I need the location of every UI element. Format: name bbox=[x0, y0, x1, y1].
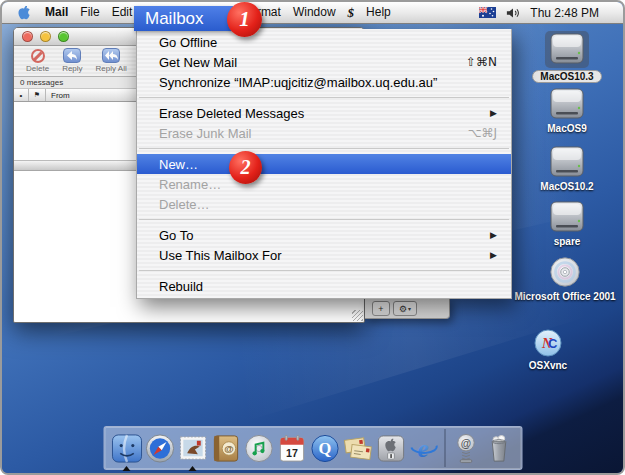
dock-item-letters[interactable] bbox=[342, 433, 373, 464]
menu-item-delete: Delete… bbox=[137, 194, 511, 214]
menu-help[interactable]: Help bbox=[360, 2, 397, 23]
dock-item-ical[interactable]: 17 bbox=[276, 433, 307, 464]
hard-drive-icon bbox=[547, 201, 587, 234]
osxvnc-app-icon: NC bbox=[533, 328, 563, 358]
unread-column-header[interactable]: • bbox=[14, 89, 29, 101]
gear-icon: ⚙ bbox=[399, 303, 407, 315]
desktop-icon-label: MacOS10.2 bbox=[540, 181, 593, 192]
desktop-icon-label: MacOS10.3 bbox=[532, 70, 601, 83]
menu-separator bbox=[137, 214, 511, 225]
menu-item-synchronize[interactable]: Synchronize “IMAP:uqjcitiz@mailbox.uq.ed… bbox=[137, 72, 511, 92]
svg-text:17: 17 bbox=[286, 447, 298, 459]
dock-separator bbox=[444, 429, 445, 467]
mailbox-drawer-footer: + ⚙ ▾ bbox=[365, 298, 450, 319]
trash-icon bbox=[483, 433, 514, 464]
dock-item-itunes[interactable] bbox=[243, 433, 274, 464]
dock-item-quicktime[interactable]: Q bbox=[309, 433, 340, 464]
desktop-icon-macos103[interactable]: MacOS10.3 bbox=[525, 31, 609, 83]
apple-logo-icon bbox=[18, 5, 31, 20]
action-menu-button[interactable]: ⚙ ▾ bbox=[393, 301, 417, 316]
reply-arrow-icon bbox=[63, 48, 81, 63]
flag-column-header[interactable]: ⚑ bbox=[29, 89, 46, 101]
dock-item-system-preferences[interactable] bbox=[375, 433, 406, 464]
desktop-icon-label: spare bbox=[554, 236, 581, 247]
svg-text:C: C bbox=[548, 336, 558, 351]
desktop-icon-label: Microsoft Office 2001 bbox=[514, 291, 615, 302]
dock-item-internet-explorer[interactable]: e bbox=[408, 433, 439, 464]
desktop-icon-macos9[interactable]: MacOS9 bbox=[525, 88, 609, 134]
menu-file[interactable]: File bbox=[74, 2, 105, 23]
dock-item-address-book[interactable]: @ bbox=[210, 433, 241, 464]
dock-item-trash[interactable] bbox=[483, 433, 514, 464]
hard-drive-icon bbox=[547, 88, 587, 121]
menu-item-get-new-mail[interactable]: Get New Mail⇧⌘N bbox=[137, 52, 511, 72]
menu-item-go-offline[interactable]: Go Offline bbox=[137, 32, 511, 52]
menu-item-erase-junk-mail: Erase Junk Mail⌥⌘J bbox=[137, 123, 511, 143]
dock: @ 17 Q e @ bbox=[103, 426, 522, 470]
menu-item-go-to[interactable]: Go To bbox=[137, 225, 511, 245]
zoom-button[interactable] bbox=[58, 31, 69, 42]
svg-text:@: @ bbox=[460, 436, 470, 448]
menu-mail[interactable]: Mail bbox=[39, 2, 74, 23]
resize-grip[interactable] bbox=[352, 310, 363, 321]
mailbox-menu-panel: Go Offline Get New Mail⇧⌘N Synchronize “… bbox=[136, 29, 512, 299]
mail-stamp-icon bbox=[177, 433, 208, 464]
delete-icon bbox=[31, 49, 45, 63]
input-menu-flag-icon[interactable] bbox=[479, 7, 496, 18]
menu-item-rename: Rename… bbox=[137, 174, 511, 194]
menu-item-use-this-mailbox-for[interactable]: Use This Mailbox For bbox=[137, 245, 511, 265]
desktop-icon-spare[interactable]: spare bbox=[525, 201, 609, 247]
ical-icon: 17 bbox=[276, 433, 307, 464]
shortcut-label: ⌥⌘J bbox=[468, 126, 497, 140]
finder-icon bbox=[111, 433, 142, 464]
internet-explorer-icon: e bbox=[408, 433, 439, 464]
desktop-icon-osxvnc[interactable]: NC OSXvnc bbox=[510, 328, 586, 371]
minimize-button[interactable] bbox=[40, 31, 51, 42]
itunes-icon bbox=[243, 433, 274, 464]
volume-icon[interactable] bbox=[506, 7, 520, 19]
annotation-step-2-badge: 2 bbox=[229, 151, 262, 184]
hard-drive-icon bbox=[545, 31, 589, 68]
mailbox-menu-title[interactable]: Mailbox bbox=[134, 6, 233, 31]
letters-icon bbox=[342, 433, 373, 464]
dock-item-finder[interactable] bbox=[111, 433, 142, 464]
screenshot-frame: MacOS10.3 MacOS9 MacOS10.2 spare Microso… bbox=[0, 0, 625, 475]
delete-button[interactable]: Delete bbox=[26, 48, 49, 73]
system-preferences-icon bbox=[375, 433, 406, 464]
cd-icon bbox=[548, 255, 582, 289]
menu-separator bbox=[137, 92, 511, 103]
shortcut-label: ⇧⌘N bbox=[466, 55, 497, 69]
dock-item-mail[interactable] bbox=[177, 433, 208, 464]
reply-button[interactable]: Reply bbox=[62, 48, 82, 73]
apple-menu[interactable] bbox=[10, 5, 39, 20]
menu-bar-clock[interactable]: Thu 2:48 PM bbox=[530, 6, 599, 20]
menu-item-rebuild[interactable]: Rebuild bbox=[137, 276, 511, 296]
menu-separator bbox=[137, 143, 511, 154]
annotation-step-1-badge: 1 bbox=[227, 2, 262, 37]
svg-text:e: e bbox=[417, 435, 428, 462]
menu-window[interactable]: Window bbox=[287, 2, 342, 23]
dock-item-mail-classic[interactable]: @ bbox=[450, 433, 481, 464]
svg-text:@: @ bbox=[224, 443, 233, 454]
scripts-menu-icon[interactable]: $ bbox=[342, 2, 361, 23]
menu-bar: Mail File Edit View Message Format Windo… bbox=[2, 2, 623, 24]
dock-item-safari[interactable] bbox=[144, 433, 175, 464]
hard-drive-icon bbox=[547, 146, 587, 179]
menu-item-new[interactable]: New… bbox=[137, 154, 511, 174]
desktop-icon-ms-office[interactable]: Microsoft Office 2001 bbox=[500, 255, 625, 302]
desktop-icon-label: OSXvnc bbox=[529, 360, 567, 371]
safari-icon bbox=[144, 433, 175, 464]
menu-separator bbox=[137, 265, 511, 276]
reply-all-button[interactable]: Reply All bbox=[96, 48, 127, 73]
reply-all-arrows-icon bbox=[102, 48, 120, 63]
menu-item-erase-deleted-messages[interactable]: Erase Deleted Messages bbox=[137, 103, 511, 123]
address-book-icon: @ bbox=[210, 433, 241, 464]
desktop-icon-label: MacOS9 bbox=[547, 123, 586, 134]
chevron-down-icon: ▾ bbox=[408, 303, 411, 315]
quicktime-icon: Q bbox=[309, 433, 340, 464]
add-mailbox-button[interactable]: + bbox=[372, 301, 390, 316]
desktop-icon-macos102[interactable]: MacOS10.2 bbox=[525, 146, 609, 192]
close-button[interactable] bbox=[22, 31, 33, 42]
svg-text:Q: Q bbox=[318, 439, 331, 458]
at-stamp-icon: @ bbox=[450, 433, 481, 464]
